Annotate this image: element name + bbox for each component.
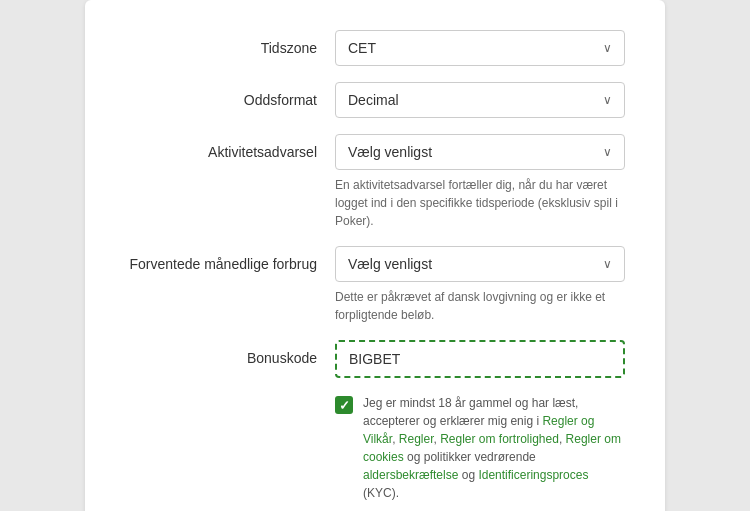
terms-link-alder[interactable]: aldersbekræftelse: [363, 468, 458, 482]
forventede-label: Forventede månedlige forbrug: [125, 246, 335, 272]
oddsformat-value: Decimal: [348, 92, 399, 108]
terms-link-fortrolighed[interactable]: Regler om fortrolighed: [440, 432, 559, 446]
oddsformat-control: Decimal ∨: [335, 82, 625, 118]
terms-text-mid: og politikker vedrørende: [404, 450, 536, 464]
tidszone-value: CET: [348, 40, 376, 56]
tidszone-select[interactable]: CET ∨: [335, 30, 625, 66]
terms-label: Jeg er mindst 18 år gammel og har læst, …: [363, 394, 625, 502]
terms-sep3: ,: [559, 432, 566, 446]
terms-sep1: ,: [392, 432, 399, 446]
aktivitet-chevron-icon: ∨: [603, 145, 612, 159]
forventede-help: Dette er påkrævet af dansk lovgivning og…: [335, 288, 625, 324]
aktivitet-help: En aktivitetsadvarsel fortæller dig, når…: [335, 176, 625, 230]
forventede-row: Forventede månedlige forbrug Vælg venlig…: [125, 246, 625, 324]
terms-sep4: og: [458, 468, 478, 482]
aktivitet-label: Aktivitetsadvarsel: [125, 134, 335, 160]
tidszone-control: CET ∨: [335, 30, 625, 66]
bonuskode-row: Bonuskode: [125, 340, 625, 378]
bonuskode-input[interactable]: [335, 340, 625, 378]
settings-card: Tidszone CET ∨ Oddsformat Decimal ∨ Akti…: [85, 0, 665, 511]
terms-text-post: (KYC).: [363, 486, 399, 500]
forventede-chevron-icon: ∨: [603, 257, 612, 271]
aktivitet-value: Vælg venligst: [348, 144, 432, 160]
checkbox-wrap[interactable]: [335, 396, 353, 414]
aktivitet-row: Aktivitetsadvarsel Vælg venligst ∨ En ak…: [125, 134, 625, 230]
forventede-control: Vælg venligst ∨ Dette er påkrævet af dan…: [335, 246, 625, 324]
tidszone-label: Tidszone: [125, 30, 335, 56]
forventede-value: Vælg venligst: [348, 256, 432, 272]
terms-checkbox[interactable]: [335, 396, 353, 414]
oddsformat-label: Oddsformat: [125, 82, 335, 108]
forventede-select[interactable]: Vælg venligst ∨: [335, 246, 625, 282]
terms-link-regler[interactable]: Regler: [399, 432, 434, 446]
tidszone-chevron-icon: ∨: [603, 41, 612, 55]
aktivitet-select[interactable]: Vælg venligst ∨: [335, 134, 625, 170]
tidszone-row: Tidszone CET ∨: [125, 30, 625, 66]
bonuskode-label: Bonuskode: [125, 340, 335, 366]
terms-checkbox-row: Jeg er mindst 18 år gammel og har læst, …: [335, 394, 625, 502]
oddsformat-chevron-icon: ∨: [603, 93, 612, 107]
oddsformat-select[interactable]: Decimal ∨: [335, 82, 625, 118]
aktivitet-control: Vælg venligst ∨ En aktivitetsadvarsel fo…: [335, 134, 625, 230]
bonuskode-control: [335, 340, 625, 378]
terms-link-kyc[interactable]: Identificeringsproces: [478, 468, 588, 482]
oddsformat-row: Oddsformat Decimal ∨: [125, 82, 625, 118]
